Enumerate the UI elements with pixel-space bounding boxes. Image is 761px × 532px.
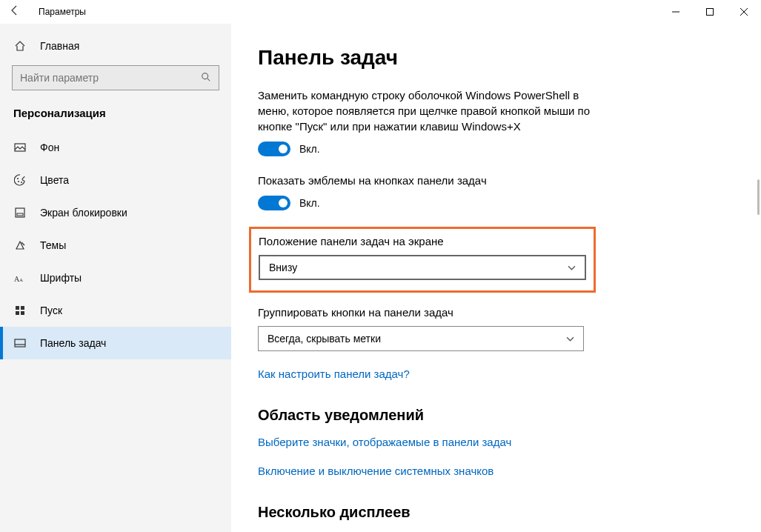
sidebar-item-themes[interactable]: Темы [0, 229, 231, 262]
sidebar-item-lockscreen[interactable]: Экран блокировки [0, 196, 231, 229]
palette-icon [13, 173, 27, 187]
toggle-powershell[interactable] [258, 142, 290, 156]
highlighted-setting: Положение панели задач на экране Внизу [249, 227, 596, 293]
search-input[interactable] [20, 72, 201, 84]
close-button[interactable] [727, 0, 761, 24]
taskbar-icon [13, 336, 27, 350]
sidebar-item-start[interactable]: Пуск [0, 294, 231, 327]
sidebar-item-label: Шрифты [40, 272, 82, 284]
sidebar-item-label: Пуск [40, 305, 62, 316]
toggle-label: Вкл. [299, 197, 320, 209]
setting-desc: Заменить командную строку оболочкой Wind… [258, 87, 599, 134]
sidebar-item-taskbar[interactable]: Панель задач [0, 327, 231, 359]
setting-desc: Показать эмблемы на кнопках панели задач [258, 173, 599, 188]
maximize-button[interactable] [693, 0, 727, 24]
fonts-icon: AA [13, 271, 27, 285]
setting-powershell: Заменить командную строку оболочкой Wind… [258, 87, 599, 156]
svg-line-5 [207, 78, 210, 81]
link-system-icons[interactable]: Включение и выключение системных значков [258, 465, 494, 477]
section-heading-notify: Область уведомлений [258, 407, 761, 424]
lockscreen-icon [13, 206, 27, 219]
setting-badges: Показать эмблемы на кнопках панели задач… [258, 173, 599, 210]
chevron-down-icon [566, 334, 574, 343]
svg-rect-15 [21, 306, 24, 310]
toggle-badges[interactable] [258, 196, 290, 210]
dropdown-position[interactable]: Внизу [259, 255, 586, 280]
scrollbar[interactable] [757, 179, 760, 215]
home-label: Главная [40, 40, 79, 52]
sidebar-item-label: Экран блокировки [40, 207, 127, 219]
svg-text:A: A [19, 277, 23, 283]
page-title: Панель задач [258, 46, 761, 70]
chevron-down-icon [568, 263, 576, 272]
svg-point-7 [17, 178, 19, 179]
section-heading-multi: Несколько дисплеев [258, 504, 761, 521]
link-help[interactable]: Как настроить панели задач? [258, 368, 410, 380]
sidebar-item-label: Панель задач [40, 337, 106, 349]
sidebar-item-colors[interactable]: Цвета [0, 164, 231, 196]
sidebar-item-label: Цвета [40, 174, 69, 186]
setting-combine: Группировать кнопки на панели задач Всег… [258, 306, 599, 351]
sidebar-item-label: Темы [40, 239, 66, 251]
minimize-button[interactable] [659, 0, 693, 24]
search-input-wrap[interactable] [12, 65, 219, 90]
dropdown-combine[interactable]: Всегда, скрывать метки [258, 326, 584, 351]
dropdown-value: Внизу [269, 262, 297, 273]
svg-rect-14 [16, 306, 19, 310]
themes-icon [13, 239, 27, 252]
home-icon [13, 39, 27, 53]
main-content: Панель задач Заменить командную строку о… [231, 24, 761, 532]
sidebar: Главная Персонализация Фон Цвета [0, 24, 231, 532]
field-label: Группировать кнопки на панели задач [258, 306, 599, 319]
svg-rect-17 [21, 311, 24, 315]
search-icon [201, 72, 211, 84]
svg-point-4 [202, 73, 208, 79]
field-label: Положение панели задач на экране [259, 235, 586, 247]
svg-rect-1 [707, 9, 714, 16]
svg-rect-18 [15, 339, 25, 347]
svg-point-9 [21, 182, 22, 183]
sidebar-item-background[interactable]: Фон [0, 131, 231, 164]
start-icon [13, 304, 27, 317]
home-nav[interactable]: Главная [0, 30, 231, 62]
picture-icon [13, 141, 27, 154]
svg-rect-11 [17, 213, 23, 216]
category-label: Персонализация [0, 99, 231, 131]
svg-point-8 [18, 181, 19, 182]
back-button[interactable] [9, 4, 21, 19]
window-title: Параметры [39, 7, 86, 17]
link-select-icons[interactable]: Выберите значки, отображаемые в панели з… [258, 436, 511, 448]
window-controls [659, 0, 761, 24]
sidebar-item-label: Фон [40, 142, 59, 153]
dropdown-value: Всегда, скрывать метки [267, 333, 381, 345]
sidebar-item-fonts[interactable]: AA Шрифты [0, 262, 231, 294]
svg-rect-6 [15, 144, 25, 151]
titlebar: Параметры [0, 0, 761, 24]
toggle-label: Вкл. [299, 143, 320, 155]
svg-rect-16 [16, 311, 19, 315]
